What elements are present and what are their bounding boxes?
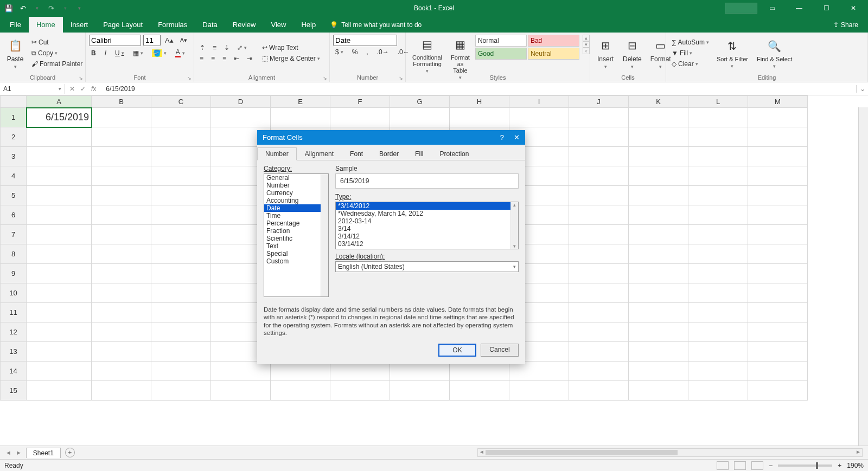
type-listbox[interactable]: *3/14/2012*Wednesday, March 14, 20122012…: [335, 202, 519, 249]
type-label: Type:: [335, 193, 519, 201]
category-listbox[interactable]: GeneralNumberCurrencyAccountingDateTimeP…: [264, 173, 329, 297]
category-item[interactable]: Accounting: [264, 197, 328, 204]
listbox-scrollbar[interactable]: ▴ ▾: [510, 202, 518, 249]
dialog-tabs: Number Alignment Font Border Fill Protec…: [257, 145, 525, 160]
dialog-tab-border[interactable]: Border: [371, 147, 407, 160]
type-item[interactable]: *3/14/2012: [336, 202, 518, 210]
category-item[interactable]: Date: [264, 204, 328, 212]
locale-combo[interactable]: English (United States) ▾: [335, 261, 519, 272]
category-item[interactable]: General: [264, 174, 328, 182]
category-item[interactable]: Number: [264, 182, 328, 189]
dialog-tab-fill[interactable]: Fill: [407, 147, 431, 160]
type-item[interactable]: 14-Mar: [336, 248, 518, 249]
dialog-tab-number[interactable]: Number: [257, 147, 297, 160]
type-item[interactable]: 3/14: [336, 225, 518, 233]
dialog-tab-protection[interactable]: Protection: [431, 147, 477, 160]
chevron-down-icon: ▾: [513, 264, 516, 269]
category-item[interactable]: Custom: [264, 257, 328, 265]
dialog-tab-alignment[interactable]: Alignment: [297, 147, 342, 160]
type-item[interactable]: *Wednesday, March 14, 2012: [336, 210, 518, 217]
modal-overlay: Format Cells ? ✕ Number Alignment Font B…: [0, 0, 868, 471]
dialog-title-bar[interactable]: Format Cells ? ✕: [257, 130, 525, 145]
sample-value: 6/15/2019: [335, 173, 519, 189]
category-item[interactable]: Time: [264, 212, 328, 220]
type-item[interactable]: 3/14/12: [336, 233, 518, 240]
dialog-help-icon[interactable]: ?: [500, 133, 504, 141]
category-label: Category:: [264, 165, 329, 172]
category-item[interactable]: Percentage: [264, 220, 328, 227]
category-item[interactable]: Text: [264, 242, 328, 250]
category-item[interactable]: Scientific: [264, 235, 328, 242]
format-cells-dialog: Format Cells ? ✕ Number Alignment Font B…: [257, 130, 525, 364]
ok-button[interactable]: OK: [438, 344, 476, 357]
type-item[interactable]: 03/14/12: [336, 240, 518, 248]
dialog-description: Date formats display date and time seria…: [257, 302, 525, 338]
locale-label: Locale (location):: [335, 253, 519, 260]
locale-value: English (United States): [338, 263, 405, 270]
dialog-close-icon[interactable]: ✕: [514, 133, 520, 141]
dialog-title: Format Cells: [263, 133, 303, 141]
cancel-button[interactable]: Cancel: [481, 344, 519, 357]
dialog-tab-font[interactable]: Font: [342, 147, 371, 160]
category-item[interactable]: Currency: [264, 189, 328, 197]
type-item[interactable]: 2012-03-14: [336, 217, 518, 225]
category-item[interactable]: Special: [264, 250, 328, 257]
sample-label: Sample: [335, 165, 519, 172]
listbox-scrollbar[interactable]: [321, 174, 328, 296]
category-item[interactable]: Fraction: [264, 227, 328, 235]
